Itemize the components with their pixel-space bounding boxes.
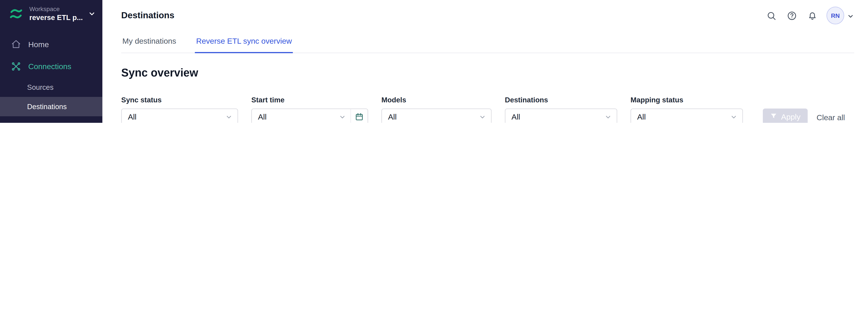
filter-label-models: Models: [381, 96, 492, 104]
sidebar-item-destinations[interactable]: Destinations: [0, 97, 102, 116]
sync-status-select[interactable]: All: [121, 108, 238, 123]
destinations-select[interactable]: All: [505, 108, 617, 123]
chevron-down-icon: [88, 10, 96, 18]
chevron-down-icon: [479, 113, 486, 120]
page-header-title: Destinations: [121, 10, 175, 21]
tab-bar: My destinations Reverse ETL sync overvie…: [121, 31, 854, 53]
filter-label-sync-status: Sync status: [121, 96, 238, 104]
user-menu[interactable]: RN: [827, 7, 854, 25]
clear-all-link[interactable]: Clear all: [816, 113, 845, 122]
chevron-down-icon: [730, 113, 737, 120]
sidebar-item-connections[interactable]: Connections: [0, 56, 102, 77]
filter-label-mapping-status: Mapping status: [630, 96, 743, 104]
sidebar-item-home[interactable]: Home: [0, 33, 102, 56]
tab-reverse-etl-sync-overview[interactable]: Reverse ETL sync overview: [195, 31, 293, 53]
avatar: RN: [827, 7, 844, 25]
filter-label-destinations: Destinations: [505, 96, 617, 104]
workspace-label: Workspace: [29, 5, 83, 13]
sidebar-nav: Home Connections Sources Destinations He…: [0, 33, 102, 123]
app-window: Workspace reverse ETL p... Home: [0, 0, 868, 123]
mapping-status-select[interactable]: All: [630, 108, 743, 123]
rudderstack-logo: [8, 5, 24, 22]
chevron-down-icon: [339, 113, 346, 120]
filter-funnel-icon: [770, 113, 777, 121]
content: Sync overview Sync status All Start time…: [102, 53, 868, 123]
filter-label-start-time: Start time: [251, 96, 368, 104]
bell-icon[interactable]: [806, 9, 818, 22]
tab-my-destinations[interactable]: My destinations: [121, 31, 177, 53]
filter-bar: Sync status All Start time All: [121, 96, 854, 123]
search-icon[interactable]: [765, 9, 777, 22]
chevron-down-icon: [847, 12, 854, 19]
connections-icon: [11, 62, 21, 71]
top-bar: Destinations RN: [102, 0, 868, 31]
start-time-select[interactable]: All: [251, 108, 368, 123]
workspace-name: reverse ETL p...: [29, 13, 83, 22]
home-icon: [11, 39, 21, 49]
sidebar: Workspace reverse ETL p... Home: [0, 0, 102, 123]
models-select[interactable]: All: [381, 108, 492, 123]
calendar-icon[interactable]: [350, 109, 368, 123]
workspace-switcher[interactable]: Workspace reverse ETL p...: [0, 0, 102, 28]
sidebar-item-label: Home: [28, 40, 49, 49]
chevron-down-icon: [604, 113, 612, 120]
sidebar-item-health[interactable]: Health: [0, 116, 102, 123]
chevron-down-icon: [225, 113, 232, 120]
apply-button[interactable]: Apply: [763, 108, 808, 123]
main-area: Destinations RN: [102, 0, 868, 123]
sidebar-item-label: Connections: [28, 62, 71, 71]
help-icon[interactable]: [785, 9, 798, 22]
page-title: Sync overview: [121, 66, 854, 79]
sidebar-item-sources[interactable]: Sources: [0, 77, 102, 97]
